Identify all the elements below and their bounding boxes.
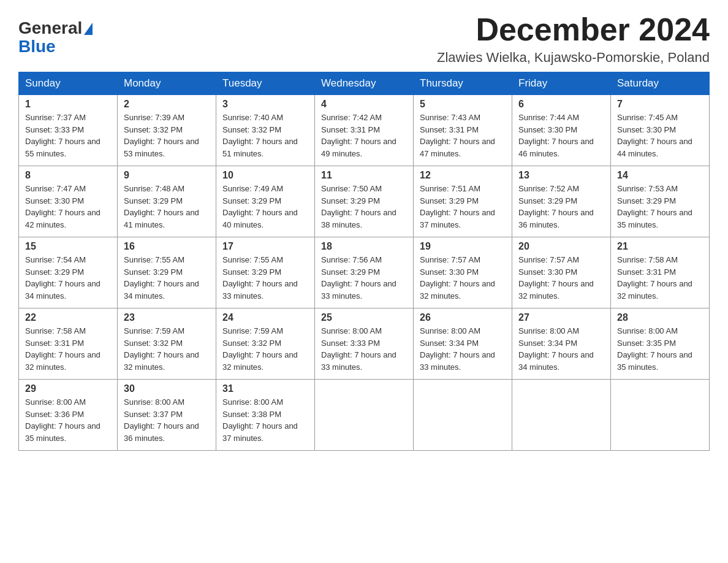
calendar-cell: 13Sunrise: 7:52 AMSunset: 3:29 PMDayligh… [512, 166, 611, 237]
day-info: Sunrise: 7:43 AMSunset: 3:31 PMDaylight:… [420, 112, 506, 159]
logo-row1: General [18, 18, 93, 38]
day-info: Sunrise: 7:53 AMSunset: 3:29 PMDaylight:… [617, 183, 703, 231]
day-info: Sunrise: 8:00 AMSunset: 3:36 PMDaylight:… [25, 396, 111, 444]
calendar-cell [611, 380, 710, 451]
calendar-cell [414, 380, 512, 451]
month-title: December 2024 [437, 12, 710, 47]
logo: General Blue [18, 18, 93, 56]
day-number: 18 [321, 241, 407, 252]
calendar-cell: 1Sunrise: 7:37 AMSunset: 3:33 PMDaylight… [19, 95, 118, 166]
day-number: 9 [124, 170, 210, 181]
page: General Blue December 2024 Zlawies Wielk… [0, 0, 728, 469]
calendar-cell: 8Sunrise: 7:47 AMSunset: 3:30 PMDaylight… [19, 166, 118, 237]
calendar-cell: 16Sunrise: 7:55 AMSunset: 3:29 PMDayligh… [118, 237, 216, 308]
weekday-header-wednesday: Wednesday [315, 72, 414, 95]
day-number: 25 [321, 312, 407, 323]
day-info: Sunrise: 7:54 AMSunset: 3:29 PMDaylight:… [25, 254, 111, 302]
calendar-cell: 14Sunrise: 7:53 AMSunset: 3:29 PMDayligh… [611, 166, 710, 237]
day-info: Sunrise: 7:59 AMSunset: 3:32 PMDaylight:… [222, 325, 308, 373]
day-info: Sunrise: 7:59 AMSunset: 3:32 PMDaylight:… [124, 325, 210, 373]
day-info: Sunrise: 8:00 AMSunset: 3:34 PMDaylight:… [518, 325, 604, 373]
day-number: 5 [420, 99, 506, 110]
day-info: Sunrise: 7:45 AMSunset: 3:30 PMDaylight:… [617, 112, 703, 159]
day-number: 20 [518, 241, 604, 252]
calendar-cell: 31Sunrise: 8:00 AMSunset: 3:38 PMDayligh… [216, 380, 315, 451]
day-info: Sunrise: 7:57 AMSunset: 3:30 PMDaylight:… [420, 254, 506, 302]
calendar-body: 1Sunrise: 7:37 AMSunset: 3:33 PMDaylight… [19, 95, 710, 451]
day-number: 13 [518, 170, 604, 181]
calendar-cell: 10Sunrise: 7:49 AMSunset: 3:29 PMDayligh… [216, 166, 315, 237]
weekday-header-tuesday: Tuesday [216, 72, 315, 95]
day-number: 24 [222, 312, 308, 323]
day-info: Sunrise: 7:55 AMSunset: 3:29 PMDaylight:… [124, 254, 210, 302]
weekday-header-monday: Monday [118, 72, 216, 95]
calendar-cell: 19Sunrise: 7:57 AMSunset: 3:30 PMDayligh… [414, 237, 512, 308]
week-row-1: 1Sunrise: 7:37 AMSunset: 3:33 PMDaylight… [19, 95, 710, 166]
day-info: Sunrise: 7:56 AMSunset: 3:29 PMDaylight:… [321, 254, 407, 302]
calendar-cell: 24Sunrise: 7:59 AMSunset: 3:32 PMDayligh… [216, 308, 315, 380]
day-number: 14 [617, 170, 703, 181]
weekday-header-row: SundayMondayTuesdayWednesdayThursdayFrid… [19, 72, 710, 95]
day-number: 10 [222, 170, 308, 181]
day-info: Sunrise: 8:00 AMSunset: 3:35 PMDaylight:… [617, 325, 703, 373]
day-number: 31 [222, 383, 308, 394]
calendar-cell: 30Sunrise: 8:00 AMSunset: 3:37 PMDayligh… [118, 380, 216, 451]
day-number: 19 [420, 241, 506, 252]
day-info: Sunrise: 7:48 AMSunset: 3:29 PMDaylight:… [124, 183, 210, 231]
calendar-cell: 18Sunrise: 7:56 AMSunset: 3:29 PMDayligh… [315, 237, 414, 308]
calendar-cell: 9Sunrise: 7:48 AMSunset: 3:29 PMDaylight… [118, 166, 216, 237]
day-info: Sunrise: 7:50 AMSunset: 3:29 PMDaylight:… [321, 183, 407, 231]
weekday-header-sunday: Sunday [19, 72, 118, 95]
day-number: 29 [25, 383, 111, 394]
calendar-table: SundayMondayTuesdayWednesdayThursdayFrid… [18, 72, 710, 451]
calendar-cell: 2Sunrise: 7:39 AMSunset: 3:32 PMDaylight… [118, 95, 216, 166]
day-info: Sunrise: 7:37 AMSunset: 3:33 PMDaylight:… [25, 112, 111, 159]
day-info: Sunrise: 7:49 AMSunset: 3:29 PMDaylight:… [222, 183, 308, 231]
day-info: Sunrise: 7:51 AMSunset: 3:29 PMDaylight:… [420, 183, 506, 231]
calendar-cell: 28Sunrise: 8:00 AMSunset: 3:35 PMDayligh… [611, 308, 710, 380]
day-number: 26 [420, 312, 506, 323]
day-number: 6 [518, 99, 604, 110]
calendar-cell: 17Sunrise: 7:55 AMSunset: 3:29 PMDayligh… [216, 237, 315, 308]
week-row-5: 29Sunrise: 8:00 AMSunset: 3:36 PMDayligh… [19, 380, 710, 451]
day-number: 15 [25, 241, 111, 252]
calendar-cell: 5Sunrise: 7:43 AMSunset: 3:31 PMDaylight… [414, 95, 512, 166]
day-info: Sunrise: 7:42 AMSunset: 3:31 PMDaylight:… [321, 112, 407, 159]
day-number: 28 [617, 312, 703, 323]
calendar-header: SundayMondayTuesdayWednesdayThursdayFrid… [19, 72, 710, 95]
day-number: 27 [518, 312, 604, 323]
calendar-cell: 21Sunrise: 7:58 AMSunset: 3:31 PMDayligh… [611, 237, 710, 308]
week-row-4: 22Sunrise: 7:58 AMSunset: 3:31 PMDayligh… [19, 308, 710, 380]
day-info: Sunrise: 7:55 AMSunset: 3:29 PMDaylight:… [222, 254, 308, 302]
day-number: 21 [617, 241, 703, 252]
day-number: 11 [321, 170, 407, 181]
day-number: 16 [124, 241, 210, 252]
day-info: Sunrise: 8:00 AMSunset: 3:34 PMDaylight:… [420, 325, 506, 373]
location-title: Zlawies Wielka, Kujawsko-Pomorskie, Pola… [437, 50, 710, 66]
day-number: 2 [124, 99, 210, 110]
calendar-cell [512, 380, 611, 451]
day-info: Sunrise: 7:40 AMSunset: 3:32 PMDaylight:… [222, 112, 308, 159]
calendar-cell: 3Sunrise: 7:40 AMSunset: 3:32 PMDaylight… [216, 95, 315, 166]
day-number: 8 [25, 170, 111, 181]
day-number: 4 [321, 99, 407, 110]
day-number: 23 [124, 312, 210, 323]
day-info: Sunrise: 8:00 AMSunset: 3:37 PMDaylight:… [124, 396, 210, 444]
calendar-cell: 4Sunrise: 7:42 AMSunset: 3:31 PMDaylight… [315, 95, 414, 166]
calendar-cell: 20Sunrise: 7:57 AMSunset: 3:30 PMDayligh… [512, 237, 611, 308]
week-row-2: 8Sunrise: 7:47 AMSunset: 3:30 PMDaylight… [19, 166, 710, 237]
day-info: Sunrise: 7:52 AMSunset: 3:29 PMDaylight:… [518, 183, 604, 231]
calendar-cell: 29Sunrise: 8:00 AMSunset: 3:36 PMDayligh… [19, 380, 118, 451]
day-number: 17 [222, 241, 308, 252]
day-number: 12 [420, 170, 506, 181]
calendar-cell: 12Sunrise: 7:51 AMSunset: 3:29 PMDayligh… [414, 166, 512, 237]
day-info: Sunrise: 7:39 AMSunset: 3:32 PMDaylight:… [124, 112, 210, 159]
day-number: 1 [25, 99, 111, 110]
logo-triangle-icon [84, 23, 93, 35]
header: General Blue December 2024 Zlawies Wielk… [18, 12, 710, 66]
logo-general-text: General [18, 18, 82, 38]
calendar-cell: 15Sunrise: 7:54 AMSunset: 3:29 PMDayligh… [19, 237, 118, 308]
calendar-cell: 6Sunrise: 7:44 AMSunset: 3:30 PMDaylight… [512, 95, 611, 166]
calendar-cell: 27Sunrise: 8:00 AMSunset: 3:34 PMDayligh… [512, 308, 611, 380]
calendar-cell [315, 380, 414, 451]
